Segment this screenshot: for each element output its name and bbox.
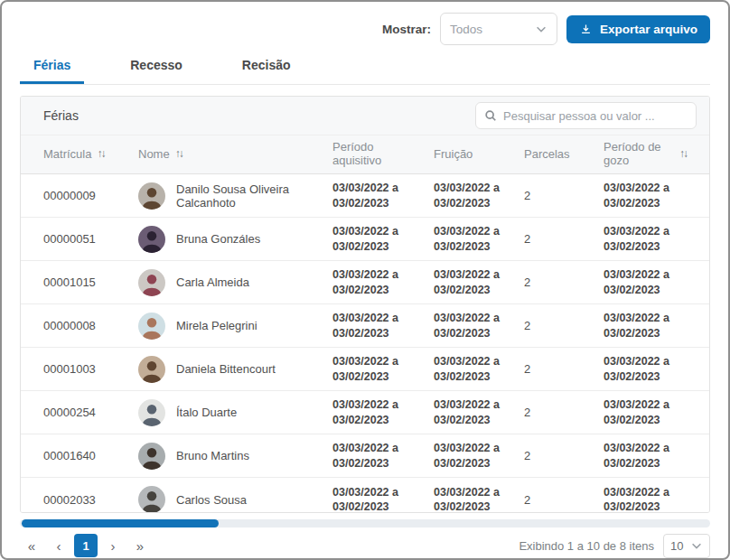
- filter-select[interactable]: Todos: [440, 13, 557, 45]
- nome-cell: Mirela Pelegrini: [138, 313, 332, 340]
- nome-cell: Ítalo Duarte: [138, 399, 332, 426]
- avatar: [138, 443, 165, 470]
- parcelas-cell: 2: [524, 449, 604, 462]
- employee-name: Danilo Sousa Oliveira Calcanhoto: [176, 182, 325, 210]
- avatar: [138, 399, 165, 426]
- periodo-gozo-cell: 03/03/2022 a 03/02/2023: [604, 441, 690, 471]
- table-row[interactable]: 00000008 Mirela Pelegrini 03/03/2022 a 0…: [21, 304, 709, 348]
- periodo-aquisitivo-cell: 03/03/2022 a 03/02/2023: [332, 311, 419, 341]
- table-row[interactable]: 00000254 Ítalo Duarte 03/03/2022 a 03/02…: [21, 391, 709, 434]
- column-header-matricula[interactable]: Matrícula ↑↓: [43, 148, 138, 162]
- nome-cell: Danilo Sousa Oliveira Calcanhoto: [138, 182, 332, 210]
- person-icon: [138, 356, 165, 383]
- pagination-bar: « ‹ 1 › » Exibindo 1 a 10 de 8 itens 10: [20, 534, 710, 558]
- first-page-button[interactable]: «: [20, 534, 43, 557]
- matricula-cell: 00000254: [43, 406, 138, 419]
- sort-icon-periodo-de-gozo[interactable]: ↑↓: [679, 148, 687, 161]
- periodo-aquisitivo-cell: 03/03/2022 a 03/02/2023: [332, 224, 419, 254]
- page-size-select[interactable]: 10: [663, 534, 710, 558]
- table-row[interactable]: 00002033 Carlos Sousa 03/03/2022 a 03/02…: [21, 478, 709, 513]
- tab-recisao[interactable]: Recisão: [229, 52, 304, 84]
- page-1-button[interactable]: 1: [74, 534, 98, 557]
- periodo-gozo-cell: 03/03/2022 a 03/02/2023: [604, 311, 690, 341]
- next-page-button[interactable]: ›: [101, 534, 125, 557]
- parcelas-cell: 2: [524, 232, 604, 246]
- fruicao-cell: 03/03/2022 a 03/02/2023: [434, 224, 520, 254]
- column-header-periodo-aquisitivo: Período aquisitivo: [332, 141, 434, 168]
- matricula-cell: 00002033: [43, 493, 138, 507]
- table-row[interactable]: 00001640 Bruno Martins 03/03/2022 a 03/0…: [21, 434, 709, 478]
- periodo-gozo-cell: 03/03/2022 a 03/02/2023: [604, 224, 690, 254]
- table-row[interactable]: 00001003 Daniela Bittencourt 03/03/2022 …: [21, 348, 709, 391]
- fruicao-cell: 03/03/2022 a 03/02/2023: [434, 441, 520, 471]
- pagination-summary: Exibindo 1 a 10 de 8 itens: [519, 539, 654, 553]
- tab-bar: Férias Recesso Recisão: [20, 52, 710, 85]
- pager: « ‹ 1 › »: [20, 534, 152, 557]
- horizontal-scrollbar[interactable]: [20, 519, 710, 527]
- employee-name: Ítalo Duarte: [176, 406, 237, 419]
- nome-cell: Carlos Sousa: [138, 486, 332, 513]
- employee-name: Carla Almeida: [176, 275, 249, 289]
- tab-ferias[interactable]: Férias: [20, 52, 84, 84]
- table-title-bar: Férias: [21, 97, 709, 135]
- periodo-aquisitivo-cell: 03/03/2022 a 03/02/2023: [332, 354, 419, 384]
- parcelas-cell: 2: [524, 319, 604, 332]
- toolbar: Mostrar: Todos Exportar arquivo: [20, 13, 710, 45]
- sort-icon-nome[interactable]: ↑↓: [175, 148, 182, 161]
- periodo-gozo-cell: 03/03/2022 a 03/02/2023: [604, 267, 690, 297]
- employee-name: Bruno Martins: [176, 449, 249, 462]
- parcelas-cell: 2: [524, 493, 604, 507]
- export-button-label: Exportar arquivo: [600, 23, 697, 36]
- table-body: 00000009 Danilo Sousa Oliveira Calcanhot…: [21, 174, 709, 513]
- parcelas-cell: 2: [524, 406, 604, 419]
- parcelas-cell: 2: [524, 189, 604, 202]
- prev-page-button[interactable]: ‹: [47, 534, 70, 557]
- page-size-value: 10: [670, 539, 683, 553]
- fruicao-cell: 03/03/2022 a 03/02/2023: [434, 311, 520, 341]
- nome-cell: Daniela Bittencourt: [138, 356, 332, 383]
- table-row[interactable]: 00000051 Bruna Gonzáles 03/03/2022 a 03/…: [21, 218, 709, 261]
- employee-name: Mirela Pelegrini: [176, 319, 257, 332]
- fruicao-cell: 03/03/2022 a 03/02/2023: [434, 181, 520, 210]
- periodo-aquisitivo-cell: 03/03/2022 a 03/02/2023: [332, 267, 419, 297]
- fruicao-cell: 03/03/2022 a 03/02/2023: [434, 354, 520, 384]
- matricula-cell: 00001640: [43, 449, 138, 462]
- chevron-down-icon: [690, 539, 703, 552]
- parcelas-cell: 2: [524, 362, 604, 376]
- scrollbar-thumb[interactable]: [22, 519, 219, 527]
- table-row[interactable]: 00001015 Carla Almeida 03/03/2022 a 03/0…: [21, 261, 709, 304]
- periodo-gozo-cell: 03/03/2022 a 03/02/2023: [604, 485, 690, 513]
- export-button[interactable]: Exportar arquivo: [566, 15, 710, 43]
- column-header-periodo-de-gozo[interactable]: Período de gozo ↑↓: [604, 141, 700, 168]
- person-icon: [138, 443, 165, 470]
- table-header-row: Matrícula ↑↓ Nome ↑↓ Período aquisitivo …: [21, 135, 709, 174]
- person-icon: [138, 269, 165, 296]
- avatar: [138, 356, 165, 383]
- sort-icon-matricula[interactable]: ↑↓: [97, 148, 104, 161]
- filter-select-value: Todos: [450, 23, 482, 36]
- column-header-nome[interactable]: Nome ↑↓: [138, 148, 332, 162]
- periodo-gozo-cell: 03/03/2022 a 03/02/2023: [604, 397, 690, 427]
- fruicao-cell: 03/03/2022 a 03/02/2023: [434, 397, 520, 427]
- periodo-aquisitivo-cell: 03/03/2022 a 03/02/2023: [332, 441, 419, 471]
- filter-label: Mostrar:: [382, 23, 431, 36]
- table-title: Férias: [43, 108, 79, 123]
- search-box[interactable]: [475, 102, 697, 129]
- nome-cell: Bruno Martins: [138, 443, 332, 470]
- search-input[interactable]: [503, 109, 688, 123]
- periodo-aquisitivo-cell: 03/03/2022 a 03/02/2023: [332, 397, 419, 427]
- last-page-button[interactable]: »: [128, 534, 152, 557]
- table-row[interactable]: 00000009 Danilo Sousa Oliveira Calcanhot…: [21, 174, 709, 218]
- ferias-table-card: Férias Matrícula ↑↓ Nome ↑↓ Período aqui…: [20, 96, 710, 513]
- employee-name: Carlos Sousa: [176, 493, 247, 507]
- avatar: [138, 486, 165, 513]
- avatar: [138, 182, 165, 210]
- avatar: [138, 226, 165, 253]
- fruicao-cell: 03/03/2022 a 03/02/2023: [434, 485, 520, 513]
- search-icon: [484, 109, 497, 122]
- avatar: [138, 313, 165, 340]
- person-icon: [138, 182, 165, 210]
- column-header-parcelas: Parcelas: [524, 148, 604, 162]
- tab-recesso[interactable]: Recesso: [117, 52, 196, 84]
- chevron-down-icon: [535, 23, 548, 35]
